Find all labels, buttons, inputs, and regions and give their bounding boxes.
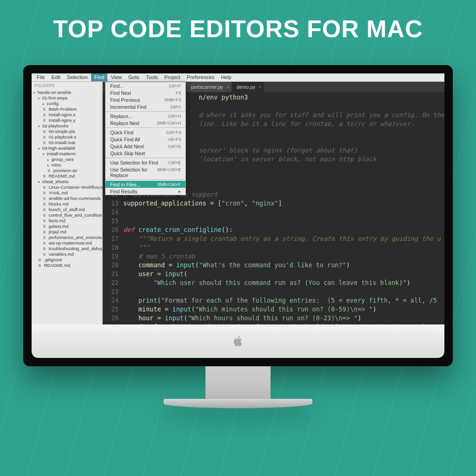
file-item[interactable]: facts.md <box>33 218 101 223</box>
apple-logo-icon <box>232 335 244 347</box>
file-item[interactable]: install-nginx.s <box>33 112 101 117</box>
menu-item[interactable]: Find in Files...Shift+Ctrl+F <box>106 181 185 188</box>
folder-item[interactable]: install-matterm <box>33 151 101 156</box>
menu-separator <box>106 127 185 128</box>
menu-item[interactable]: Use Selection for FindCtrl+E <box>106 159 185 166</box>
monitor-bezel: FileEditSelectionFindViewGotoToolsProjec… <box>23 65 453 366</box>
menu-item[interactable]: Find...Ctrl+F <box>106 82 185 89</box>
menubar: FileEditSelectionFindViewGotoToolsProjec… <box>32 73 444 82</box>
file-item[interactable]: ansible-ad-hoc-commands <box>33 195 101 201</box>
file-item[interactable]: Bash-Problem <box>33 106 101 112</box>
menu-item[interactable]: Quick Skip Next <box>106 150 185 157</box>
file-item[interactable]: .gitignore <box>33 257 101 262</box>
menu-separator <box>106 158 185 158</box>
menu-tools[interactable]: Tools <box>143 73 161 81</box>
close-icon[interactable]: × <box>259 85 261 89</box>
menu-item[interactable]: Quick Find AllAlt+F3 <box>106 136 185 143</box>
tab[interactable]: demo.py× <box>232 82 264 92</box>
menu-item[interactable]: Quick Add NextCtrl+D <box>106 143 185 150</box>
menu-item[interactable]: Quick FindCtrl+F3 <box>106 129 185 136</box>
folder-item[interactable]: hands-on-ansible <box>33 89 101 95</box>
menu-view[interactable]: View <box>107 73 125 81</box>
menu-item[interactable]: Use Selection for ReplaceShift+Ctrl+E <box>106 166 185 178</box>
monitor-stand-neck <box>205 366 271 399</box>
menu-separator <box>106 111 185 112</box>
file-item[interactable]: 00-simple-pla <box>33 128 101 134</box>
menu-separator <box>106 179 185 180</box>
menu-selection[interactable]: Selection <box>64 73 91 81</box>
menu-edit[interactable]: Edit <box>48 73 64 81</box>
sidebar[interactable]: FOLDERS hands-on-ansible 01-first-steps … <box>32 82 103 324</box>
menu-goto[interactable]: Goto <box>125 73 143 81</box>
folder-item[interactable]: roles <box>33 162 101 167</box>
menu-item[interactable]: Replace NextShift+Ctrl+H <box>106 119 185 126</box>
file-item[interactable]: blocks.md <box>33 201 101 206</box>
find-menu-dropdown: Find...Ctrl+FFind NextF3Find PreviousShi… <box>105 82 186 195</box>
menu-file[interactable]: File <box>33 73 48 81</box>
file-item[interactable]: performance_and_execution <box>33 234 101 240</box>
file-item[interactable]: variables.md <box>33 251 101 257</box>
file-item[interactable]: install-nginx.y <box>33 117 101 123</box>
sidebar-header: FOLDERS <box>32 82 102 89</box>
file-item[interactable]: provision-av <box>33 167 101 173</box>
menu-find[interactable]: Find <box>91 73 107 81</box>
file-item[interactable]: Linux-Container-Workflow.m <box>33 184 101 190</box>
folder-item[interactable]: 03-high-availabili <box>33 145 101 151</box>
file-item[interactable]: control_flow_and_conditiona <box>33 212 101 218</box>
monitor-chin <box>32 324 444 358</box>
menu-item[interactable]: Find Results▸ <box>106 188 185 195</box>
monitor: FileEditSelectionFindViewGotoToolsProjec… <box>23 65 453 408</box>
tab[interactable]: portscanner.py× <box>186 82 232 92</box>
menu-item[interactable]: Incremental FindCtrl+I <box>106 103 185 110</box>
file-item[interactable]: set-up-mattermost.md <box>33 240 101 245</box>
menu-item[interactable]: Find NextF3 <box>106 89 185 96</box>
file-item[interactable]: galaxy.md <box>33 223 101 229</box>
file-item[interactable]: troubleshooting_and_debugg <box>33 245 101 251</box>
menu-item[interactable]: Replace...Ctrl+H <box>106 112 185 119</box>
folder-item[interactable]: group_vars <box>33 156 101 162</box>
file-item[interactable]: 01-playbook-s <box>33 134 101 139</box>
file-item[interactable]: README.md <box>33 173 101 178</box>
file-item[interactable]: jinja2.md <box>33 229 101 234</box>
menu-preferences[interactable]: Preferences <box>184 73 218 81</box>
folder-item[interactable]: config <box>33 100 101 106</box>
menu-help[interactable]: Help <box>218 73 235 81</box>
folder-item[interactable]: 02-playbooks <box>33 123 101 128</box>
folder-item[interactable]: cheat_sheets <box>33 178 101 184</box>
file-item[interactable]: bunch_of_stuff.md <box>33 206 101 212</box>
menu-item[interactable]: Find PreviousShift+F3 <box>106 96 185 103</box>
file-item[interactable]: README.md <box>33 262 101 268</box>
screen: FileEditSelectionFindViewGotoToolsProjec… <box>32 73 444 324</box>
file-item[interactable]: 02-install-mat <box>33 139 101 145</box>
file-item[interactable]: YAML.md <box>33 190 101 195</box>
close-icon[interactable]: × <box>227 85 229 89</box>
menu-project[interactable]: Project <box>161 73 184 81</box>
folder-item[interactable]: 01-first-steps <box>33 95 101 100</box>
file-tree: hands-on-ansible 01-first-steps config B… <box>32 89 102 268</box>
monitor-stand-base <box>164 399 312 408</box>
headline: TOP CODE EDITORS FOR MAC <box>0 15 476 43</box>
